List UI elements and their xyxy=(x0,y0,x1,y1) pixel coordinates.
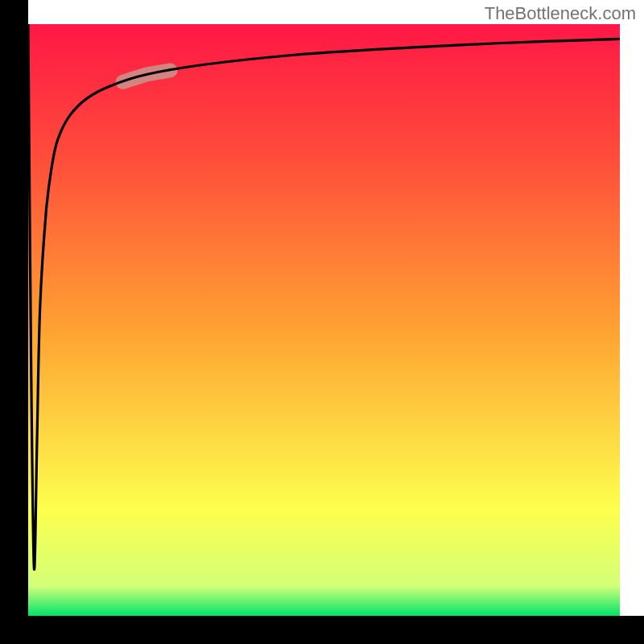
chart-container: TheBottleneck.com xyxy=(0,0,644,644)
x-axis-frame xyxy=(0,616,644,644)
watermark-text: TheBottleneck.com xyxy=(485,3,636,24)
y-axis-frame xyxy=(0,0,28,644)
plot-background xyxy=(28,24,620,616)
chart-svg xyxy=(0,0,644,644)
